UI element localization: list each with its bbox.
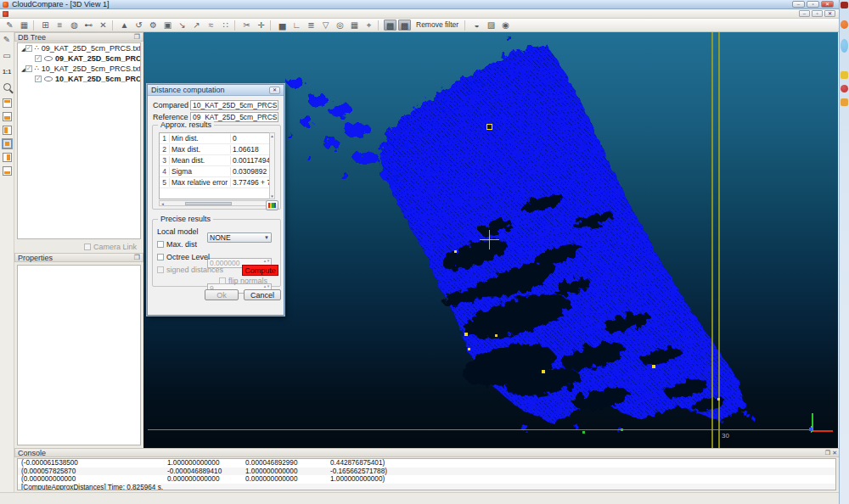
scrollbar-thumb[interactable] (185, 202, 232, 205)
tree-item-10-cloud[interactable]: 10_KAT_25D_5cm_PRCS - Clo... (18, 74, 140, 84)
tree-item-10-file[interactable]: 10_KAT_25D_5cm_PRCS.txt (H:/Gr... (18, 64, 140, 74)
precise-results-label: Precise results (158, 215, 213, 223)
cancel-button[interactable]: Cancel (244, 289, 281, 300)
max-dist-checkbox[interactable] (157, 241, 164, 248)
console-log[interactable]: (-0.000061538500 1.000000000000 0.000046… (17, 458, 836, 490)
set-left-view-button[interactable] (3, 126, 12, 135)
set-top-view-button[interactable] (3, 98, 12, 108)
numbered-app-icon[interactable] (841, 98, 848, 106)
ssao-shader-icon[interactable]: ▩ (398, 20, 411, 31)
background-close-icon[interactable] (841, 2, 848, 8)
show-histogram-button[interactable] (266, 200, 278, 210)
screencast-icon[interactable]: ◒ (470, 20, 483, 31)
mdi-close-button[interactable] (824, 10, 835, 17)
visibility-checkbox[interactable] (25, 65, 32, 72)
octree-icon[interactable]: ↺ (132, 20, 145, 31)
screen-capture-icon[interactable]: ▭ (2, 51, 13, 60)
set-bottom-view-button[interactable] (3, 166, 12, 176)
gradient-icon[interactable]: ≣ (305, 20, 318, 31)
filter-icon[interactable]: ▽ (319, 20, 332, 31)
save-icon[interactable]: ▦ (18, 20, 31, 31)
zoom-fit-icon[interactable] (3, 83, 11, 91)
flip-normals-checkbox[interactable] (219, 277, 226, 284)
scroll-down-icon[interactable] (270, 193, 274, 199)
octree-level-checkbox[interactable] (157, 254, 164, 260)
db-tree-panel: DB Tree 09_KAT_25D_5cm_PRCS.txt (H:/Gr..… (14, 32, 143, 253)
media-icon[interactable] (841, 85, 848, 92)
table-row[interactable]: 3 Mean dist. 0.00117494 (160, 155, 269, 166)
camera-link-checkbox[interactable] (84, 244, 91, 250)
point-label-icon[interactable]: ⌖ (363, 20, 375, 31)
set-back-view-button[interactable] (3, 139, 12, 148)
table-row[interactable]: 1 Min dist. 0 (160, 133, 269, 144)
scalar-field-icon[interactable]: ≈ (205, 20, 217, 31)
normals-icon[interactable]: ▲ (118, 20, 131, 31)
set-front-view-button[interactable] (3, 112, 12, 121)
globe-icon[interactable]: ◉ (499, 20, 512, 31)
point-marker (464, 333, 468, 336)
set-right-view-button[interactable] (3, 153, 12, 162)
messenger-icon[interactable] (841, 39, 848, 53)
menubar (0, 9, 839, 19)
open-icon[interactable]: ✎ (3, 20, 16, 31)
close-icon[interactable] (832, 450, 837, 456)
histogram-icon[interactable]: ▅ (276, 20, 289, 31)
edl-shader-icon[interactable]: ▩ (384, 20, 396, 31)
translate-icon[interactable]: ✛ (255, 20, 267, 31)
status-bar (0, 492, 849, 504)
point-marker (652, 365, 655, 368)
folder-icon[interactable] (841, 71, 848, 79)
profile-icon[interactable]: ∟ (290, 20, 303, 31)
visibility-checkbox[interactable] (35, 76, 42, 82)
dialog-titlebar[interactable]: Distance computation (148, 85, 284, 96)
zoom-1-1-button[interactable]: 1:1 (2, 67, 13, 76)
compute-button[interactable]: Compute (242, 265, 278, 276)
scroll-up-icon[interactable] (270, 133, 274, 138)
horizontal-scrollbar[interactable] (159, 200, 276, 206)
mdi-restore-button[interactable] (812, 10, 823, 17)
zoom-in-icon[interactable]: ↗ (190, 20, 203, 31)
undock-icon[interactable] (134, 254, 140, 261)
undock-icon[interactable] (825, 450, 830, 456)
ok-button[interactable]: Ok (205, 289, 239, 300)
scroll-left-icon[interactable] (160, 201, 165, 206)
maximize-button[interactable] (807, 1, 819, 8)
db-tree-header: DB Tree (14, 32, 143, 42)
sphere-tool-icon[interactable]: ◎ (334, 20, 346, 31)
visibility-checkbox[interactable] (35, 55, 42, 62)
mesh-icon[interactable]: ⚙ (147, 20, 160, 31)
visibility-checkbox[interactable] (25, 45, 32, 52)
compared-field[interactable]: 10_KAT_25D_5cm_PRCS - Cloud.registered (190, 100, 278, 110)
snapshot-icon[interactable]: ▣ (161, 20, 174, 31)
point-marker (621, 428, 623, 431)
table-row[interactable]: 4 Sigma 0.0309892 (160, 166, 269, 177)
console-bubble-icon[interactable]: ◍ (68, 20, 81, 31)
tree-item-09-cloud[interactable]: 09_KAT_25D_5cm_PRCS - Cloud (18, 53, 140, 64)
raster-icon[interactable]: ▦ (348, 20, 361, 31)
stats-icon[interactable]: ∷ (219, 20, 232, 31)
point-marker (717, 398, 720, 400)
close-button[interactable] (821, 1, 834, 8)
vertical-scrollbar[interactable] (269, 132, 275, 199)
firefox-icon[interactable] (841, 20, 848, 29)
segment-icon[interactable]: ✂ (240, 20, 253, 31)
minimize-button[interactable] (792, 1, 805, 8)
signed-distances-checkbox[interactable] (157, 266, 164, 273)
clone-icon[interactable]: ⊞ (39, 20, 52, 31)
tree-item-label: 10_KAT_25D_5cm_PRCS - Clo... (55, 75, 140, 83)
properties-icon[interactable]: ≡ (53, 20, 66, 31)
pattern-icon[interactable]: ▨ (485, 20, 498, 31)
undock-icon[interactable] (134, 33, 140, 41)
table-row[interactable]: 2 Max dist. 1.06618 (160, 144, 269, 155)
delete-icon[interactable]: ✕ (97, 20, 110, 31)
table-row[interactable]: 5 Max relative error 3.77496 + 79.9713/d… (160, 177, 269, 188)
zoom-out-icon[interactable]: ↘ (176, 20, 188, 31)
remove-filter-button[interactable]: Remove filter (413, 20, 462, 31)
tree-item-09-file[interactable]: 09_KAT_25D_5cm_PRCS.txt (H:/Gr... (18, 43, 140, 53)
apply-transform-icon[interactable]: ⊷ (82, 20, 95, 31)
mdi-minimize-button[interactable] (799, 10, 810, 17)
toolbar-icon (464, 20, 468, 31)
row-value: 0.0309892 (231, 167, 269, 176)
interactors-pencil-icon[interactable]: ✎ (2, 35, 13, 44)
dialog-close-icon[interactable] (269, 87, 280, 94)
